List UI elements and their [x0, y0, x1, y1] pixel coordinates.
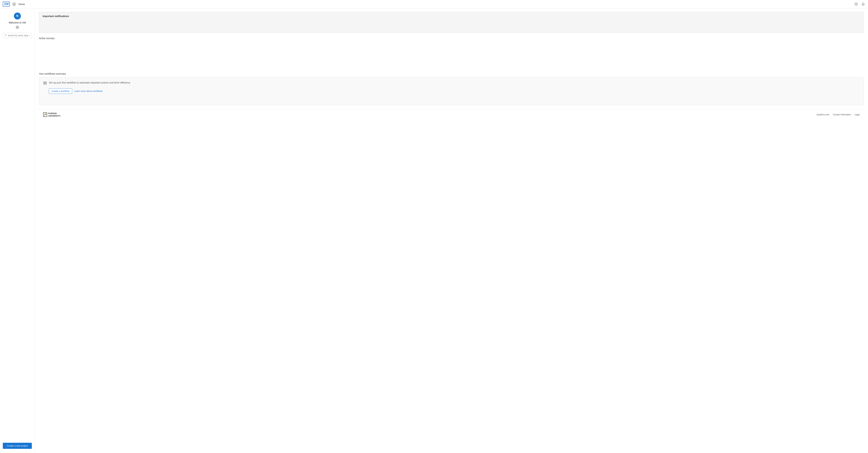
topbar-right	[854, 2, 865, 6]
learn-more-workflows-link[interactable]: Learn more about workflows	[74, 90, 102, 92]
create-workflow-button[interactable]: Create a workflow	[49, 88, 72, 94]
svg-point-2	[5, 34, 6, 36]
clock-icon[interactable]	[854, 2, 858, 6]
svg-line-3	[6, 35, 6, 36]
avatar: N	[14, 12, 21, 20]
footer-link-legal[interactable]: Legal	[855, 114, 860, 116]
purdue-name: PURDUEUNIVERSITY.	[48, 112, 61, 117]
create-new-project-button[interactable]: Create a new project	[3, 443, 32, 449]
surveys-section: Active surveys	[39, 37, 864, 68]
gear-icon[interactable]	[16, 26, 19, 30]
svg-rect-5	[44, 83, 46, 83]
main-content: Important notifications Active surveys Y…	[35, 8, 868, 453]
topbar-home-label: Home	[19, 3, 25, 6]
bell-icon[interactable]	[861, 2, 865, 6]
workflows-empty: Set up your first workflow to automate i…	[43, 81, 860, 86]
purdue-p-letter: P	[43, 112, 47, 117]
footer-links: Qualtrics.com Contact Information Legal	[817, 114, 860, 116]
workflows-empty-text: Set up your first workflow to automate i…	[49, 81, 130, 85]
workflows-card: Set up your first workflow to automate i…	[39, 77, 864, 105]
footer: P PURDUEUNIVERSITY. Qualtrics.com Contac…	[39, 109, 864, 120]
layout: N Welcome to XM Create a new project Im	[0, 8, 868, 453]
hamburger-icon[interactable]	[12, 2, 17, 6]
search-box[interactable]	[3, 33, 32, 38]
notifications-title: Important notifications	[42, 15, 860, 18]
footer-link-contact[interactable]: Contact Information	[833, 114, 851, 116]
workflows-section: Your workflows summary Set up your first…	[39, 72, 864, 105]
xm-logo: XM	[3, 2, 10, 7]
sidebar-bottom: Create a new project	[3, 440, 32, 449]
svg-rect-6	[44, 84, 46, 84]
search-icon	[5, 34, 7, 37]
topbar: XM Home	[0, 0, 868, 8]
footer-link-qualtrics[interactable]: Qualtrics.com	[817, 114, 829, 116]
workflow-icon	[43, 81, 47, 86]
purdue-logo: P PURDUEUNIVERSITY.	[43, 112, 61, 117]
sidebar: N Welcome to XM Create a new project	[0, 8, 35, 453]
welcome-text: Welcome to XM	[9, 21, 26, 24]
svg-point-1	[17, 27, 18, 28]
svg-rect-4	[44, 82, 46, 83]
workflows-actions: Create a workflow Learn more about workf…	[49, 88, 860, 94]
search-input[interactable]	[8, 34, 30, 37]
workflows-title: Your workflows summary	[39, 72, 864, 75]
notifications-section: Important notifications	[39, 12, 864, 33]
surveys-title: Active surveys	[39, 37, 864, 40]
